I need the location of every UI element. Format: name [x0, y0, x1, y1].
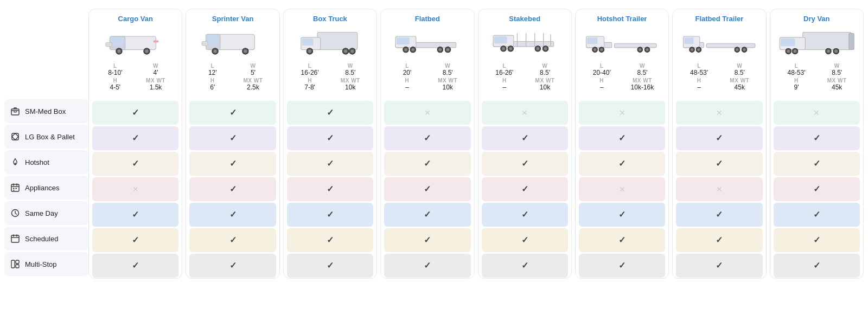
vehicle-image-flatbed-trailer — [677, 26, 761, 56]
sidebar-label: LG Box & Pallet — [25, 133, 75, 141]
svg-point-17 — [145, 50, 149, 53]
main-container: SM-Med Box LG Box & Pallet Hotshot Appli… — [0, 0, 868, 287]
spec-val-H: 4-5' — [98, 84, 133, 91]
svg-point-41 — [404, 48, 407, 51]
spec-label-H: H — [195, 78, 230, 84]
spec-val-W: 4' — [138, 69, 174, 76]
svg-rect-3 — [13, 188, 15, 189]
spec-label-MXWT: MX WT — [527, 78, 563, 84]
check-icon: ✓ — [813, 260, 820, 271]
sidebar-item-multi-stop[interactable]: Multi-Stop — [4, 252, 88, 276]
check-icon: ✓ — [521, 260, 528, 271]
sidebar-label: Scheduled — [25, 235, 58, 243]
svg-rect-10 — [16, 265, 19, 268]
spec-val-H: 7-8' — [292, 84, 328, 91]
specs-flatbed: L 20' W 8.5' H – MX WT 10k — [385, 61, 469, 95]
sidebar-item-hotshot[interactable]: Hotshot — [4, 150, 88, 174]
cell-box-truck-row-6: ✓ — [287, 254, 373, 278]
svg-point-59 — [509, 47, 512, 50]
check-icon: ✓ — [521, 184, 528, 194]
check-icon: ✓ — [618, 209, 626, 220]
svg-point-32 — [308, 50, 311, 53]
cell-box-truck-row-2: ✓ — [287, 152, 373, 176]
spec-val-L: 16-26' — [292, 69, 328, 76]
spec-label-H: H — [681, 78, 717, 84]
check-icon: ✓ — [813, 158, 820, 169]
svg-rect-2 — [11, 184, 19, 191]
sidebar-item-same-day[interactable]: Same Day — [4, 201, 88, 225]
spec-val-MXWT: 10k — [527, 84, 563, 91]
cell-dry-van-row-6: ✓ — [774, 254, 860, 278]
col-title-flatbed: Flatbed — [385, 15, 469, 23]
svg-rect-1 — [12, 133, 18, 140]
vehicle-col-dry-van: Dry Van L 48-53' W 8.5' H 9' — [770, 9, 864, 279]
specs-dry-van: L 48-53' W 8.5' H 9' MX WT 45k — [775, 61, 859, 95]
cell-sprinter-van-row-6: ✓ — [189, 254, 276, 278]
col-header-dry-van: Dry Van L 48-53' W 8.5' H 9' — [770, 9, 863, 100]
svg-rect-7 — [11, 235, 19, 242]
svg-point-24 — [214, 50, 217, 53]
svg-point-83 — [698, 48, 700, 51]
cell-dry-van-row-2: ✓ — [774, 152, 860, 176]
svg-point-95 — [793, 50, 796, 53]
svg-rect-39 — [397, 37, 410, 44]
vehicle-col-flatbed-trailer: Flatbed Trailer L 48-53' W 8.5' H – — [672, 9, 766, 279]
check-icon: ✓ — [424, 235, 431, 245]
svg-point-57 — [502, 47, 505, 50]
spec-label-W: W — [819, 63, 854, 69]
spec-val-L: 48-53' — [779, 69, 814, 76]
check-icon: ✓ — [327, 158, 334, 169]
spec-label-L: L — [487, 63, 522, 69]
cross-icon: ✕ — [132, 185, 139, 194]
sidebar-item-scheduled[interactable]: Scheduled — [4, 227, 88, 251]
spec-val-L: 20-40' — [584, 69, 620, 76]
spec-val-MXWT: 10k — [333, 84, 368, 91]
vehicle-image-stakebed — [483, 26, 567, 56]
svg-rect-18 — [154, 41, 158, 43]
svg-rect-28 — [317, 32, 358, 49]
col-title-sprinter-van: Sprinter Van — [190, 15, 275, 23]
check-icon: ✓ — [716, 260, 723, 271]
svg-rect-4 — [16, 188, 17, 189]
cell-cargo-van-row-3: ✕ — [92, 177, 178, 201]
check-icon: ✓ — [424, 260, 431, 271]
cell-box-truck-row-1: ✓ — [287, 126, 373, 150]
check-icon: ✓ — [813, 209, 820, 220]
svg-point-34 — [344, 50, 347, 53]
calendar-grid-icon — [10, 182, 21, 193]
cross-icon: ✕ — [813, 108, 820, 117]
cross-icon: ✕ — [619, 185, 626, 194]
spec-label-W: W — [138, 63, 174, 69]
cell-cargo-van-row-1: ✓ — [92, 126, 178, 150]
cell-cargo-van-row-2: ✓ — [92, 152, 178, 176]
specs-cargo-van: L 8-10' W 4' H 4-5' MX WT 1.5k — [93, 61, 177, 95]
svg-point-85 — [736, 48, 739, 51]
svg-rect-22 — [207, 35, 219, 44]
svg-point-93 — [787, 50, 789, 53]
svg-rect-78 — [685, 37, 694, 44]
spec-val-W: 8.5' — [333, 69, 368, 76]
cell-dry-van-row-0: ✕ — [774, 101, 860, 125]
sidebar-item-appliances[interactable]: Appliances — [4, 176, 88, 200]
check-icon: ✓ — [327, 260, 334, 271]
cells-area-cargo-van: ✓✓✓✕✓✓✓ — [89, 100, 182, 278]
check-icon: ✓ — [618, 235, 626, 245]
calendar-icon — [10, 233, 21, 244]
svg-point-47 — [446, 48, 449, 51]
diamond-box-icon — [10, 131, 21, 142]
spec-val-L: 12' — [195, 69, 230, 76]
sidebar-item-sm-med-box[interactable]: SM-Med Box — [4, 99, 88, 123]
cell-cargo-van-row-6: ✓ — [92, 254, 178, 278]
check-icon: ✓ — [229, 235, 237, 245]
cell-flatbed-row-1: ✓ — [384, 126, 470, 150]
vehicle-col-sprinter-van: Sprinter Van L 12' W 5' H 6' MX WT — [186, 9, 279, 279]
cell-flatbed-trailer-row-4: ✓ — [676, 203, 762, 227]
check-icon: ✓ — [716, 209, 723, 220]
spec-label-MXWT: MX WT — [138, 78, 174, 84]
spec-val-MXWT: 45k — [722, 84, 757, 91]
cell-flatbed-row-4: ✓ — [384, 203, 470, 227]
vehicle-image-box-truck — [288, 26, 372, 56]
cell-flatbed-trailer-row-5: ✓ — [676, 228, 762, 252]
sidebar-item-lg-box-pallet[interactable]: LG Box & Pallet — [4, 125, 88, 149]
check-icon: ✓ — [327, 209, 334, 220]
